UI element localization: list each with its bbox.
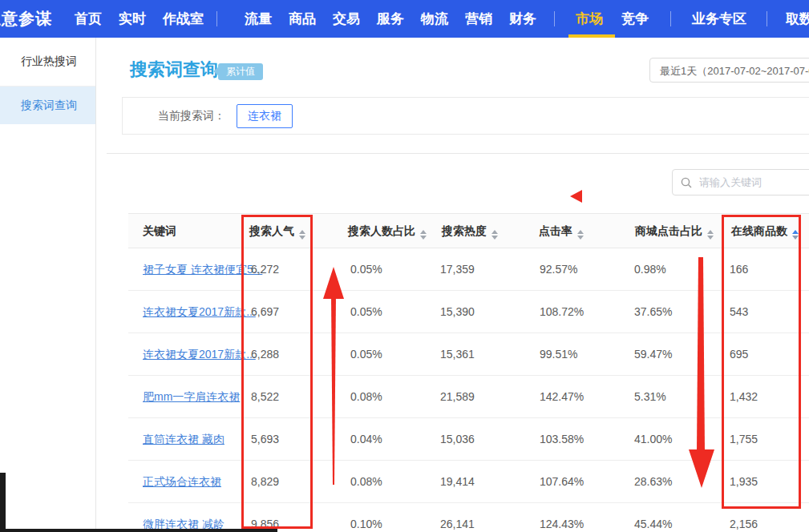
sort-control[interactable]: [420, 230, 427, 240]
cell-mall-click-ratio: 28.63%: [634, 461, 672, 502]
table-row: 肥mm一字肩连衣裙 8,522 0.08% 21,589 142.47% 5.3…: [128, 376, 809, 418]
nav-item-finance[interactable]: 财务: [509, 0, 536, 38]
nav-item-home[interactable]: 首页: [75, 0, 102, 38]
screen-edge-artifact: [0, 473, 6, 532]
cell-search-popularity: 8,522: [251, 376, 279, 417]
nav-item-war-room[interactable]: 作战室: [163, 0, 204, 38]
nav-item-marketing[interactable]: 营销: [465, 0, 492, 38]
cell-online-products: 543: [730, 291, 748, 332]
table-row: 连衣裙女夏2017新款... 6,288 0.05% 15,361 99.51%…: [128, 333, 809, 376]
table-header: 关键词 搜索人气 搜索人数占比 搜索热度 点击率 商城点击占比 在线商品数: [128, 213, 809, 248]
cell-search-popularity: 6,272: [251, 248, 279, 290]
nav-item-service[interactable]: 服务: [377, 0, 404, 38]
keyword-link[interactable]: 裙子女夏 连衣裙便宜5...: [143, 248, 262, 290]
nav-divider: [216, 11, 217, 26]
cell-ctr: 124.43%: [540, 503, 584, 532]
cell-search-popularity: 6,288: [251, 333, 279, 375]
sort-control[interactable]: [491, 230, 498, 240]
nav-item-logistics[interactable]: 物流: [421, 0, 448, 38]
active-tab-underline: [568, 34, 615, 38]
nav-item-competition[interactable]: 竞争: [621, 0, 649, 38]
keyword-search-input[interactable]: [698, 175, 809, 189]
cell-online-products: 166: [730, 248, 748, 290]
cell-search-popularity: 9,856: [251, 503, 279, 532]
cell-ctr: 92.57%: [540, 248, 577, 290]
column-header-keyword: 关键词: [143, 214, 176, 248]
cell-mall-click-ratio: 37.65%: [634, 291, 672, 332]
current-search-term-value-button[interactable]: 连衣裙: [237, 104, 293, 128]
cell-search-heat: 19,414: [440, 461, 475, 502]
nav-item-business-zone[interactable]: 业务专区: [692, 0, 746, 38]
sidebar-item-search-word-query[interactable]: 搜索词查询: [0, 87, 95, 124]
date-range-selector[interactable]: 最近1天（2017-07-02~2017-07-02）: [649, 58, 809, 83]
cell-ctr: 108.72%: [540, 291, 584, 332]
brand-logo[interactable]: 生意参谋: [0, 0, 52, 38]
page-title: 搜索词查询: [130, 58, 218, 82]
sort-control[interactable]: [707, 230, 714, 240]
nav-item-realtime[interactable]: 实时: [119, 0, 146, 38]
keyword-link[interactable]: 连衣裙女夏2017新款...: [143, 333, 256, 375]
cell-online-products: 1,755: [730, 418, 758, 460]
cell-ctr: 107.64%: [540, 461, 584, 502]
nav-divider: [554, 11, 555, 26]
cell-searcher-ratio: 0.08%: [350, 376, 382, 417]
sort-control[interactable]: [577, 230, 584, 240]
cell-mall-click-ratio: 41.00%: [634, 418, 672, 460]
search-icon: [681, 177, 692, 188]
cumulative-value-badge: 累计值: [218, 63, 263, 80]
nav-item-market[interactable]: 市场: [576, 0, 603, 38]
table-row: 正式场合连衣裙 8,829 0.08% 19,414 107.64% 28.63…: [128, 461, 809, 503]
cell-searcher-ratio: 0.10%: [350, 503, 382, 532]
annotation-arrow-left: [570, 190, 582, 203]
current-search-term-label: 当前搜索词：: [158, 109, 225, 123]
column-header-online-products[interactable]: 在线商品数: [731, 214, 799, 248]
column-header-searcher-ratio[interactable]: 搜索人数占比: [348, 214, 427, 248]
cell-mall-click-ratio: 45.44%: [634, 503, 672, 532]
screen: 生意参谋 首页 实时 作战室 流量 商品 交易 服务 物流 营销 财务 市场 竞…: [0, 0, 809, 532]
table-row: 裙子女夏 连衣裙便宜5... 6,272 0.05% 17,359 92.57%…: [128, 248, 809, 291]
nav-item-products[interactable]: 商品: [289, 0, 316, 38]
keyword-link[interactable]: 连衣裙女夏2017新款...: [143, 291, 256, 332]
cell-search-heat: 26,141: [440, 503, 475, 532]
cell-searcher-ratio: 0.04%: [350, 418, 382, 460]
keyword-link[interactable]: 微胖连衣裙 减龄: [143, 503, 224, 532]
cell-search-popularity: 5,693: [251, 418, 279, 460]
cell-search-heat: 17,359: [440, 248, 475, 290]
keyword-link[interactable]: 正式场合连衣裙: [143, 461, 221, 502]
cell-searcher-ratio: 0.08%: [350, 461, 382, 502]
sidebar-item-industry-hot-words[interactable]: 行业热搜词: [0, 38, 95, 87]
keyword-link[interactable]: 直筒连衣裙 藏肉: [143, 418, 224, 460]
cell-mall-click-ratio: 0.98%: [634, 248, 666, 290]
cell-searcher-ratio: 0.05%: [350, 248, 382, 290]
cell-online-products: 1,935: [730, 461, 758, 502]
cell-search-heat: 21,589: [440, 376, 475, 417]
cell-search-popularity: 8,829: [251, 461, 279, 502]
sort-control-active[interactable]: [792, 230, 799, 240]
cell-search-heat: 15,361: [440, 333, 475, 375]
cell-online-products: 1,432: [730, 376, 758, 417]
cell-ctr: 103.58%: [540, 418, 584, 460]
cell-online-products: 695: [730, 333, 748, 375]
section-divider: [107, 153, 809, 154]
column-header-search-heat[interactable]: 搜索热度: [442, 214, 498, 248]
cell-search-heat: 15,036: [440, 418, 475, 460]
nav-item-trade[interactable]: 交易: [333, 0, 360, 38]
screen-edge-artifact: [0, 529, 277, 532]
nav-item-traffic[interactable]: 流量: [245, 0, 272, 38]
cell-mall-click-ratio: 5.31%: [634, 376, 666, 417]
column-header-ctr[interactable]: 点击率: [539, 214, 584, 248]
cell-search-popularity: 6,697: [251, 291, 279, 332]
column-header-search-popularity[interactable]: 搜索人气: [249, 214, 305, 248]
nav-divider: [670, 11, 671, 26]
keyword-link[interactable]: 肥mm一字肩连衣裙: [143, 376, 240, 417]
sort-control[interactable]: [299, 230, 305, 240]
sidebar: 行业热搜词 搜索词查询: [0, 38, 96, 532]
cell-mall-click-ratio: 59.47%: [634, 333, 672, 375]
nav-item-data-extract[interactable]: 取数: [786, 0, 809, 38]
cell-searcher-ratio: 0.05%: [350, 333, 382, 375]
table-row: 微胖连衣裙 减龄 9,856 0.10% 26,141 124.43% 45.4…: [128, 503, 809, 532]
table-row: 直筒连衣裙 藏肉 5,693 0.04% 15,036 103.58% 41.0…: [128, 418, 809, 461]
cell-ctr: 142.47%: [540, 376, 584, 417]
keyword-search-box: [672, 169, 809, 195]
column-header-mall-click-ratio[interactable]: 商城点击占比: [635, 214, 714, 248]
